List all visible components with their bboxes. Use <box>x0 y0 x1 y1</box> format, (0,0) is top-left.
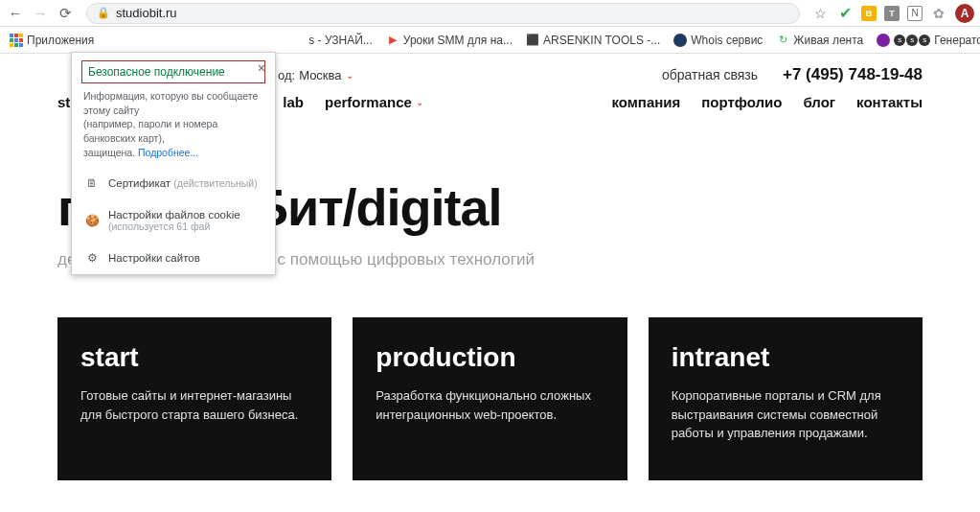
card-text: Готовые сайты и интернет-магазины для бы… <box>80 386 308 424</box>
phone-number[interactable]: +7 (495) 748-19-48 <box>783 65 923 84</box>
bookmark-favicon: ⬛ <box>526 34 539 47</box>
nav-company[interactable]: компания <box>611 94 680 110</box>
bookmark-favicon <box>877 34 890 47</box>
popover-title: Безопасное подключение <box>88 65 259 79</box>
card-text: Корпоративные порталы и CRM для выстраив… <box>672 386 900 443</box>
chevron-down-icon: ⌄ <box>346 70 353 81</box>
site-settings-label: Настройки сайтов <box>108 252 200 264</box>
bookmark-label: Генерато... <box>934 34 980 47</box>
apps-button[interactable]: Приложения <box>10 34 94 47</box>
bookmark-item[interactable]: sss Генерато... <box>877 34 980 47</box>
site-info-popover: Безопасное подключение × Информация, кот… <box>71 52 276 275</box>
popover-cookies-row[interactable]: 🍪 Настройки файлов cookie (используется … <box>72 199 275 242</box>
cookies-status: (используется 61 фай <box>108 221 210 232</box>
back-icon[interactable]: ← <box>6 4 25 23</box>
bookmark-item[interactable]: Whois сервис <box>673 34 763 47</box>
nav-blog[interactable]: блог <box>803 94 835 110</box>
bookmark-item[interactable]: ▶ Уроки SMM для на... <box>386 34 513 47</box>
city-selector[interactable]: од: Москва ⌄ <box>278 68 353 82</box>
bookmark-label: s - УЗНАЙ... <box>308 34 373 47</box>
nav-contacts[interactable]: контакты <box>856 94 923 110</box>
cookies-label: Настройки файлов cookie <box>108 209 240 221</box>
certificate-icon: 🗎 <box>85 176 99 190</box>
chevron-down-icon: ⌄ <box>416 97 423 107</box>
cards-grid: start Готовые сайты и интернет-магазины … <box>57 317 923 480</box>
bookmark-label: ARSENKIN TOOLS -... <box>543 34 660 47</box>
feedback-link[interactable]: обратная связь <box>662 67 758 82</box>
url-text: studiobit.ru <box>116 6 177 20</box>
close-icon[interactable]: × <box>258 60 265 76</box>
card-text: Разработка функционально сложных интегра… <box>376 386 604 424</box>
bookmark-item[interactable]: ↻ Живая лента <box>776 34 863 47</box>
bookmark-favicon: ▶ <box>386 34 399 47</box>
popover-title-highlight: Безопасное подключение <box>81 60 265 83</box>
popover-certificate-row[interactable]: 🗎 Сертификат (действительный) <box>72 167 275 199</box>
bookmarks-bar: Приложения s - УЗНАЙ... ▶ Уроки SMM для … <box>0 27 980 54</box>
certificate-label: Сертификат <box>108 177 171 189</box>
reload-icon[interactable]: ⟳ <box>56 4 75 23</box>
nav-start[interactable]: st <box>57 94 70 110</box>
popover-site-settings-row[interactable]: ⚙ Настройки сайтов <box>72 242 275 274</box>
card-production[interactable]: production Разработка функционально слож… <box>353 317 627 480</box>
bookmark-item[interactable]: s - УЗНАЙ... <box>308 34 373 47</box>
bookmark-favicon <box>673 34 687 47</box>
browser-toolbar: ← → ⟳ 🔒 studiobit.ru ☆ ✔ B T N ✿ A <box>0 0 980 27</box>
extension-badge-2-icon[interactable]: T <box>884 6 900 21</box>
popover-description: Информация, которую вы сообщаете этому с… <box>83 89 263 159</box>
bookmark-label: Whois сервис <box>691 34 763 47</box>
certificate-status: (действительный) <box>173 177 257 189</box>
bookmark-label: Живая лента <box>793 34 863 47</box>
toolbar-right: ☆ ✔ B T N ✿ A <box>811 4 974 23</box>
city-value: Москва <box>299 68 341 82</box>
apps-label: Приложения <box>27 34 94 47</box>
card-title: start <box>80 342 308 373</box>
profile-avatar[interactable]: A <box>955 4 974 23</box>
lock-icon[interactable]: 🔒 <box>97 7 110 19</box>
extension-gear-icon[interactable]: ✿ <box>930 5 947 22</box>
card-intranet[interactable]: intranet Корпоративные порталы и CRM для… <box>649 317 923 480</box>
nav-performance[interactable]: performance ⌄ <box>325 94 423 110</box>
extension-check-icon[interactable]: ✔ <box>836 5 854 22</box>
cookie-icon: 🍪 <box>85 214 99 227</box>
bookmark-favicon: ↻ <box>776 34 789 47</box>
gear-icon: ⚙ <box>85 251 99 265</box>
address-bar[interactable]: 🔒 studiobit.ru <box>86 3 800 24</box>
bookmark-item[interactable]: ⬛ ARSENKIN TOOLS -... <box>526 34 660 47</box>
apps-icon <box>10 34 23 47</box>
card-title: production <box>376 342 604 373</box>
star-icon[interactable]: ☆ <box>811 5 829 22</box>
nav-portfolio[interactable]: портфолио <box>701 94 782 110</box>
forward-icon: → <box>31 4 50 23</box>
nav-lab[interactable]: lab <box>283 94 304 110</box>
extension-n-icon[interactable]: N <box>907 6 923 21</box>
popover-more-link[interactable]: Подробнее... <box>138 147 198 158</box>
card-start[interactable]: start Готовые сайты и интернет-магазины … <box>57 317 331 480</box>
bookmark-label: Уроки SMM для на... <box>403 34 513 47</box>
extension-badge-1-icon[interactable]: B <box>861 6 877 21</box>
bookmark-multi-icon: sss <box>894 35 930 46</box>
card-title: intranet <box>672 342 900 373</box>
city-label-partial: од: <box>278 68 295 82</box>
